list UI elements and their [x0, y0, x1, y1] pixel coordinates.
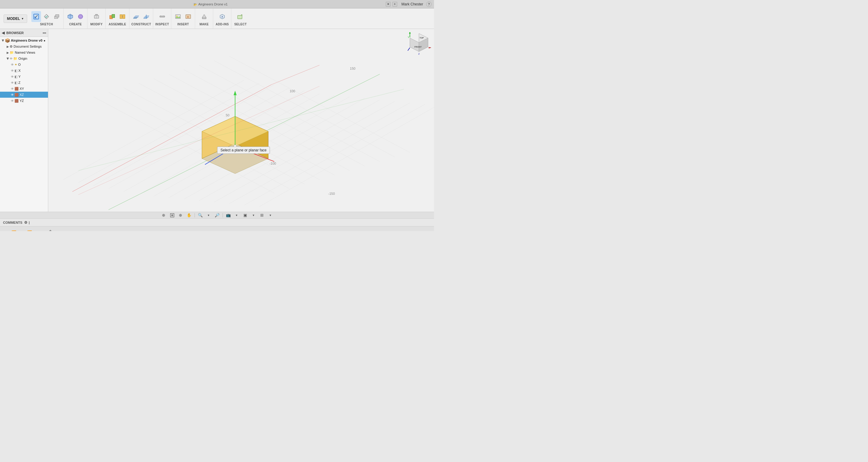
doc-settings-label: Document Settings	[13, 44, 42, 48]
svg-point-76	[234, 145, 237, 148]
sidebar-collapse-button[interactable]: ◀	[2, 31, 4, 35]
modify-press-button[interactable]	[92, 11, 101, 22]
bottom-zoom-in-button[interactable]: 🔍	[197, 212, 203, 218]
comments-collapse-button[interactable]: |	[29, 221, 30, 224]
origin-arrow: ▶	[6, 57, 10, 60]
insert-image-button[interactable]	[173, 11, 183, 22]
model-label: MODEL	[7, 17, 20, 21]
tree-origin-yz[interactable]: 👁 🟫 YZ	[0, 98, 48, 104]
sketch-finish-button[interactable]	[42, 11, 51, 22]
root-folder-icon: 📦	[5, 38, 10, 43]
close-button[interactable]: ✕	[386, 2, 391, 7]
view-cube[interactable]: FRONT TOP X Y Z	[407, 32, 431, 56]
bottom-grid-button[interactable]: ⊞	[259, 212, 265, 218]
timeline-prev-button[interactable]: ⏪	[11, 230, 17, 231]
sketch-tool-button[interactable]	[31, 11, 41, 22]
assemble-new-button[interactable]	[107, 11, 117, 22]
timeline-settings-button[interactable]: ⚙	[427, 230, 431, 231]
bottom-arrow-button[interactable]: ⊕	[178, 212, 184, 218]
bottom-grid-dropdown-button[interactable]: ▼	[268, 212, 274, 218]
named-views-arrow: ▶	[6, 51, 10, 54]
addins-icons: A	[217, 11, 227, 22]
app-icon: 🚁	[193, 2, 197, 6]
toolbar-group-make: MAKE	[195, 8, 213, 29]
svg-rect-12	[112, 14, 115, 18]
create-sphere-button[interactable]	[76, 11, 85, 22]
comments-gear-icon[interactable]: ⚙	[24, 220, 27, 225]
titlebar: 🚁 Airgineers Drone v1 ✕ + Mark Chester ?	[0, 0, 434, 8]
svg-rect-4	[56, 15, 59, 17]
toolbar-group-create: CREATE	[64, 8, 88, 29]
tree-origin-xz[interactable]: 👁 🟫 XZ	[0, 92, 48, 98]
add-tab-button[interactable]: +	[392, 2, 397, 7]
toolbar-group-addins: A ADD-INS	[213, 8, 231, 29]
addins-scripts-button[interactable]: A	[217, 11, 227, 22]
svg-text:TOP: TOP	[420, 37, 424, 39]
tree-origin-o[interactable]: 👁 ✦ O	[0, 62, 48, 67]
toolbar-group-construct: CONSTRUCT	[129, 8, 153, 29]
create-box-button[interactable]	[65, 11, 75, 22]
browser-header: ◀ BROWSER •••	[0, 29, 48, 37]
help-button[interactable]: ?	[426, 1, 432, 7]
construct-plane-button[interactable]	[131, 11, 141, 22]
tree-origin-xy[interactable]: 👁 🟫 XY	[0, 86, 48, 92]
model-dropdown[interactable]: MODEL ▼	[4, 14, 27, 23]
browser-tree: ▶ 📦 Airgineers Drone v0 ● ▶ ⚙ Document S…	[0, 37, 48, 212]
bottom-hand-button[interactable]: ✋	[186, 212, 192, 218]
tree-named-views[interactable]: ▶ 📁 Named Views	[0, 50, 48, 56]
tree-origin-x[interactable]: 👁 ◧ X	[0, 67, 48, 73]
toolbar-group-modify: MODIFY	[88, 8, 105, 29]
assemble-joint-button[interactable]	[118, 11, 127, 22]
browser-label: BROWSER	[6, 31, 24, 35]
tree-origin-z[interactable]: 👁 ◧ Z	[0, 80, 48, 86]
bottom-view-button[interactable]: 📺	[225, 212, 231, 218]
sidebar-options-button[interactable]: •••	[42, 31, 46, 35]
viewport[interactable]: 50 100 150 -100 -150	[48, 29, 434, 212]
xz-plane-icon: 🟫	[14, 93, 19, 97]
sidebar: ◀ BROWSER ••• ▶ 📦 Airgineers Drone v0 ● …	[0, 29, 48, 212]
bottom-box-button[interactable]	[169, 212, 175, 218]
z-eye-icon: 👁	[11, 81, 14, 85]
inspect-measure-button[interactable]	[157, 11, 167, 22]
xy-plane-icon: 🟫	[14, 87, 19, 91]
make-icons	[199, 11, 209, 22]
create-label: CREATE	[69, 23, 82, 26]
construct-axis-button[interactable]	[142, 11, 151, 22]
timeline-skip-forward-button[interactable]: ⏭	[34, 230, 40, 231]
timeline-play-button[interactable]: ▶	[19, 230, 25, 231]
main-layout: ◀ BROWSER ••• ▶ 📦 Airgineers Drone v0 ● …	[0, 29, 434, 212]
svg-rect-33	[203, 16, 206, 18]
bottom-zoom-out-button[interactable]: 🔎	[214, 212, 220, 218]
toolbar-group-sketch: SKETCH	[30, 8, 64, 29]
o-point-icon: ✦	[14, 63, 17, 67]
named-views-icon: 📁	[10, 51, 14, 55]
bottom-zoom-dropdown-button[interactable]: ▼	[206, 212, 212, 218]
select-cursor-button[interactable]	[236, 11, 245, 22]
bottom-snap-button[interactable]: ⊕	[161, 212, 167, 218]
svg-marker-17	[134, 16, 139, 17]
sketch-extrude-button[interactable]	[52, 11, 62, 22]
bottom-display-dropdown-button[interactable]: ▼	[251, 212, 257, 218]
tree-root[interactable]: ▶ 📦 Airgineers Drone v0 ●	[0, 37, 48, 43]
insert-canvas-button[interactable]: A	[183, 11, 193, 22]
bottom-view-dropdown-button[interactable]: ▼	[234, 212, 240, 218]
comments-bar: COMMENTS ⚙ |	[0, 218, 434, 226]
window-title: Airgineers Drone v1	[198, 2, 228, 6]
timeline-next-button[interactable]: ⏩	[27, 230, 33, 231]
toolbar-group-insert: A INSERT	[171, 8, 195, 29]
modify-icons	[92, 11, 101, 22]
user-name: Mark Chester	[401, 2, 423, 6]
titlebar-controls: ✕ + Mark Chester ?	[386, 1, 432, 7]
sketch-icons	[31, 11, 62, 22]
tree-origin[interactable]: ▶ 👁 📁 Origin	[0, 56, 48, 62]
svg-text:150: 150	[350, 67, 355, 70]
origin-label: Origin	[19, 57, 27, 60]
timeline-skip-back-button[interactable]: ⏮	[3, 230, 9, 231]
svg-text:-150: -150	[328, 192, 335, 195]
make-3dprint-button[interactable]	[199, 11, 209, 22]
bottom-display-button[interactable]: ▣	[242, 212, 248, 218]
o-label: O	[18, 63, 21, 66]
svg-marker-20	[145, 16, 149, 17]
tree-origin-y[interactable]: 👁 ◧ Y	[0, 73, 48, 80]
tree-document-settings[interactable]: ▶ ⚙ Document Settings	[0, 43, 48, 50]
